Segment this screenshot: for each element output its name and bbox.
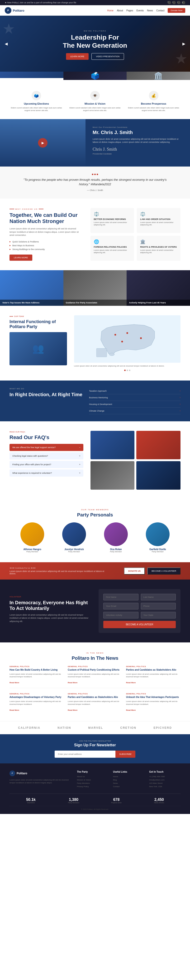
news-link-3[interactable]: Read More <box>126 682 136 684</box>
hero-video-button[interactable]: VIDEO PRESENTATION <box>91 53 124 60</box>
nav-home[interactable]: Home <box>107 9 113 12</box>
faq-item-1[interactable]: We are offered the free legal support se… <box>10 444 83 451</box>
quote-dot-2 <box>94 173 96 175</box>
social-icon-yt[interactable]: y <box>182 1 185 4</box>
direction-item-1[interactable]: Taxation Approach › <box>89 388 180 394</box>
nav-pages[interactable]: Pages <box>126 9 133 12</box>
top-bar-text: ★ New Policy | Join us and be a part of … <box>5 2 76 4</box>
faq-item-2[interactable]: Checking legal status with questions? + <box>10 452 83 460</box>
hero-learn-more-button[interactable]: LEARN MORE <box>66 53 89 60</box>
candidate-section: ▶ Meet Our Presidential Candidate Mr. Ch… <box>0 119 190 167</box>
footer-useful-link-2[interactable]: Blog <box>113 779 144 781</box>
news-card-6: GENERAL POLITICS Unleash the Idea That A… <box>126 693 180 711</box>
direction-label-4: Climate Change <box>89 410 104 412</box>
hero-section: ◀ ★ ★ WE'RE POLITARO Leadership ForThe N… <box>0 16 190 72</box>
faq-arrow-2: + <box>79 455 80 457</box>
footer-party-link-1[interactable]: About Us <box>77 775 108 778</box>
faq-title: Read Our FAQ's <box>10 434 83 441</box>
direction-item-4[interactable]: Climate Change › <box>89 407 180 414</box>
map-nav-dot-3[interactable] <box>129 370 130 371</box>
col-img-guidance-label: Guidance For Party Associates <box>64 300 127 306</box>
social-icon-ig[interactable]: i <box>177 1 180 4</box>
svg-point-1 <box>109 353 115 356</box>
col-img-guidance: Guidance For Party Associates <box>64 270 127 306</box>
footer-stat-news: 2,450 News Articles <box>138 797 180 803</box>
social-icon-tw[interactable]: t <box>172 1 176 4</box>
news-desc-4: Lorem ipsum dolor sit amet consectetur a… <box>10 700 64 705</box>
top-bar-icons: f t i y <box>168 1 185 4</box>
build-list: Quick Solutions & Problems Best Ways to … <box>10 240 83 251</box>
col-img-voters-label: Voter's Top Issues We Have Address <box>0 300 64 306</box>
donate-us-button[interactable]: DONATE US <box>124 568 145 574</box>
nav-news[interactable]: News <box>147 9 153 12</box>
build-list-item-1: Quick Solutions & Problems <box>10 240 83 243</box>
newsletter-email-input[interactable] <box>54 751 115 758</box>
sponsor-5: EPICVERD <box>153 726 172 730</box>
footer-party-link-2[interactable]: Mission & Vision <box>77 779 108 781</box>
social-icon-fb[interactable]: f <box>168 1 171 4</box>
internal-left: ●●● OUR TEAM Internal Functioning of Pol… <box>10 315 67 368</box>
volunteer-submit-button[interactable]: BECOME A VOLUNTEER <box>103 621 176 628</box>
volunteer-form-area: BECOME A VOLUNTEER <box>99 589 180 633</box>
map-nav-dot-2[interactable] <box>126 370 128 371</box>
three-col-images: Voter's Top Issues We Have Address Guida… <box>0 270 190 306</box>
form-row-contact <box>103 603 176 609</box>
build-cards-grid: ⚖️ BETTER ECONOMIC REFORMS Lorem ipsum d… <box>91 208 181 261</box>
newsletter-subscribe-button[interactable]: SUBSCRIBE <box>115 751 136 758</box>
nav-logo[interactable]: P Politaro <box>5 7 24 14</box>
member-role-1: Party Member <box>13 550 51 553</box>
hero-prev-arrow[interactable]: ◀ <box>5 41 8 46</box>
map-nav-dot-1[interactable] <box>124 370 126 371</box>
faq-item-4[interactable]: What experience is required to volunteer… <box>10 469 83 477</box>
newsletter-form: SUBSCRIBE <box>54 751 136 758</box>
footer-party-link-3[interactable]: Party Members <box>77 782 108 784</box>
rights-card-title: RIGHTS & PRIVILEGES OF VOTERS <box>140 246 177 248</box>
sponsor-3: MARVEL <box>88 726 103 730</box>
faq-question-2: Checking legal status with questions? + <box>12 455 80 457</box>
footer-party-title: The Party <box>77 770 108 773</box>
state-input[interactable] <box>141 612 176 619</box>
build-card-law: ⚖️ LAW AND ORDER SITUATION Lorem ipsum d… <box>137 208 180 233</box>
news-card-3: GENERAL POLITICS Parties and Candidates … <box>126 666 180 684</box>
hero-next-arrow[interactable]: ▶ <box>182 41 185 46</box>
map-pagination <box>74 370 181 371</box>
news-link-4[interactable]: Read More <box>10 709 19 711</box>
first-name-input[interactable] <box>103 594 139 600</box>
quote-dot-1 <box>92 173 93 175</box>
news-cat-3: GENERAL POLITICS <box>126 666 180 667</box>
volunteer-desc: Lorem ipsum dolor sit amet consectetur a… <box>10 614 91 623</box>
elections-title: Upcoming Elections <box>10 102 64 105</box>
footer-address: 123 Main Street <box>149 782 180 784</box>
faq-item-3[interactable]: Finding your office with plans for proje… <box>10 461 83 468</box>
sponsor-1: CALIFORNIA <box>18 726 40 730</box>
personals-title: Party Personals <box>10 512 180 518</box>
news-link-1[interactable]: Read More <box>10 682 19 684</box>
build-learn-more-button[interactable]: LEARN MORE <box>10 255 32 261</box>
last-name-input[interactable] <box>141 594 176 600</box>
internal-map-area: Lorem ipsum dolor sit amet consectetur a… <box>74 315 181 371</box>
nav-about[interactable]: About <box>117 9 123 12</box>
nav-events[interactable]: Events <box>136 9 144 12</box>
footer-useful-link-4[interactable]: Contact <box>113 786 144 788</box>
become-volunteer-button[interactable]: BECOME A VOLUNTEER <box>147 568 180 574</box>
direction-item-3[interactable]: Housing & Development › <box>89 401 180 407</box>
hero-image-row: 🗳️ 🏛️ <box>0 72 190 80</box>
news-desc-2: Lorem ipsum dolor sit amet consectetur a… <box>68 673 122 678</box>
news-link-5[interactable]: Read More <box>68 709 77 711</box>
activity-input[interactable] <box>103 612 139 619</box>
hero-buttons: LEARN MORE VIDEO PRESENTATION <box>5 53 185 60</box>
footer-useful-link-3[interactable]: News <box>113 782 144 784</box>
news-link-6[interactable]: Read More <box>126 709 136 711</box>
footer-links-col: Useful Links Home Blog News Contact <box>113 770 144 789</box>
footer-party-link-4[interactable]: Privacy Policy <box>77 786 108 788</box>
video-play-button[interactable]: ▶ <box>38 138 48 148</box>
phone-input[interactable] <box>141 603 176 609</box>
nav-contact[interactable]: Contact <box>156 9 164 12</box>
quote-author: — Chris J. Smith <box>19 189 171 191</box>
usa-map-svg <box>79 318 175 360</box>
donate-button[interactable]: Donate Now <box>168 8 185 13</box>
direction-item-2[interactable]: Business Mentoring › <box>89 394 180 401</box>
news-link-2[interactable]: Read More <box>68 682 77 684</box>
email-input[interactable] <box>103 603 139 609</box>
footer-useful-link-1[interactable]: Home <box>113 775 144 778</box>
